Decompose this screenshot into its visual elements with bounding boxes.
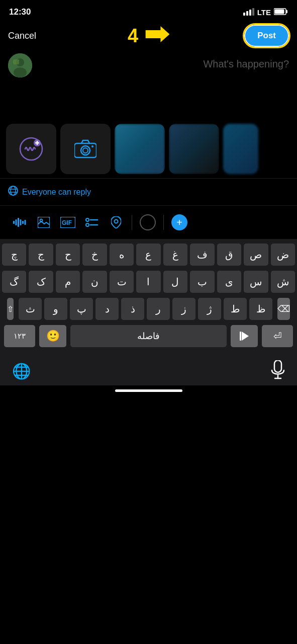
- media-thumb-3[interactable]: [223, 124, 258, 174]
- svg-rect-0: [243, 13, 245, 16]
- key-zad[interactable]: ض: [271, 244, 295, 266]
- avatar-image: [8, 53, 32, 77]
- arrow-right-icon: [145, 25, 169, 46]
- poll-toolbar-button[interactable]: [80, 211, 104, 234]
- image-toolbar-button[interactable]: [32, 211, 55, 234]
- network-type: LTE: [257, 8, 271, 17]
- add-post-button[interactable]: +: [168, 211, 191, 234]
- key-he[interactable]: ه: [110, 244, 134, 266]
- key-thal[interactable]: ذ: [121, 298, 144, 320]
- key-jim[interactable]: ج: [29, 244, 53, 266]
- step-number: 4: [128, 26, 138, 45]
- key-shift[interactable]: ⇧: [7, 298, 14, 320]
- emoji-key[interactable]: 🙂: [39, 325, 66, 347]
- key-ain[interactable]: ع: [136, 244, 160, 266]
- media-picker: [0, 120, 297, 178]
- status-time: 12:30: [9, 7, 31, 17]
- key-che[interactable]: چ: [2, 244, 26, 266]
- globe-icon: [8, 186, 18, 198]
- key-nun[interactable]: ن: [82, 271, 107, 293]
- key-dal[interactable]: د: [95, 298, 119, 320]
- gif-toolbar-button[interactable]: GIF: [56, 211, 79, 234]
- key-ra[interactable]: ر: [147, 298, 170, 320]
- media-thumb-1[interactable]: [115, 124, 165, 174]
- compose-area: ?What's happening: [0, 49, 297, 110]
- svg-rect-26: [18, 218, 19, 227]
- space-key[interactable]: فاصله: [70, 325, 227, 347]
- svg-rect-27: [20, 219, 22, 225]
- keyboard-row-2: گ ک م ن ت ا ل ب ی س ش: [2, 271, 295, 293]
- reply-text: Everyone can reply: [22, 188, 91, 197]
- svg-marker-39: [242, 332, 249, 341]
- globe-keyboard-button[interactable]: 🌐: [12, 362, 31, 380]
- media-thumb-2[interactable]: [169, 124, 219, 174]
- svg-rect-41: [274, 360, 281, 372]
- key-zha[interactable]: ژ: [198, 298, 221, 320]
- key-shin[interactable]: ش: [271, 271, 295, 293]
- svg-text:GIF: GIF: [62, 219, 72, 226]
- key-ba[interactable]: ب: [190, 271, 214, 293]
- key-kha[interactable]: خ: [82, 244, 107, 266]
- svg-rect-25: [16, 219, 17, 225]
- numbers-key[interactable]: ۱۲۳: [4, 325, 35, 347]
- key-fa[interactable]: ف: [190, 244, 214, 266]
- key-ya[interactable]: ی: [217, 271, 241, 293]
- key-sad[interactable]: ص: [244, 244, 268, 266]
- signal-icon: [243, 8, 254, 17]
- key-sin[interactable]: س: [244, 271, 268, 293]
- keyboard-row-1: چ ج ح خ ه ع غ ف ق ص ض: [2, 244, 295, 266]
- post-button[interactable]: Post: [244, 25, 289, 47]
- key-mim[interactable]: م: [56, 271, 80, 293]
- key-tah[interactable]: ط: [224, 298, 247, 320]
- key-ha[interactable]: ح: [56, 244, 80, 266]
- bottom-toolbar: GIF +: [0, 206, 297, 239]
- svg-point-17: [81, 146, 90, 155]
- compose-input[interactable]: ?What's happening: [38, 53, 289, 106]
- key-zah[interactable]: ظ: [249, 298, 272, 320]
- svg-rect-29: [25, 220, 26, 225]
- superscript-add-button[interactable]: [6, 124, 56, 174]
- key-qaf[interactable]: ق: [217, 244, 241, 266]
- audio-toolbar-button[interactable]: [8, 211, 31, 234]
- key-alef[interactable]: ا: [136, 271, 160, 293]
- svg-point-34: [86, 218, 89, 221]
- toolbar-divider-2: [163, 215, 164, 230]
- delete-key[interactable]: ⌫: [277, 298, 290, 320]
- cancel-button[interactable]: Cancel: [8, 31, 36, 41]
- svg-point-38: [115, 220, 118, 223]
- compose-placeholder: ?What's happening: [38, 58, 289, 70]
- header: Cancel 4 Post: [0, 22, 297, 49]
- key-kaf[interactable]: ک: [29, 271, 53, 293]
- key-ghain[interactable]: غ: [163, 244, 187, 266]
- character-count-button[interactable]: [136, 211, 159, 234]
- mic-keyboard-button[interactable]: [271, 360, 285, 381]
- svg-point-19: [91, 145, 93, 147]
- svg-point-10: [14, 67, 27, 77]
- svg-point-21: [11, 186, 16, 195]
- keyboard-row-4: ۱۲۳ 🙂 فاصله ⏎: [2, 325, 295, 347]
- key-waw[interactable]: و: [44, 298, 67, 320]
- svg-marker-7: [145, 26, 169, 42]
- svg-rect-40: [240, 332, 241, 341]
- key-gaf[interactable]: گ: [2, 271, 26, 293]
- svg-rect-1: [246, 11, 248, 16]
- camera-button[interactable]: [60, 124, 111, 174]
- add-post-icon: +: [171, 214, 187, 230]
- key-pe[interactable]: پ: [70, 298, 93, 320]
- location-toolbar-button[interactable]: [105, 211, 128, 234]
- svg-rect-2: [249, 10, 251, 16]
- key-theh[interactable]: ث: [19, 298, 42, 320]
- return-key[interactable]: ⏎: [262, 325, 293, 347]
- svg-rect-6: [275, 9, 284, 14]
- svg-rect-24: [13, 221, 15, 224]
- svg-rect-5: [286, 10, 288, 13]
- filter-key[interactable]: [231, 325, 258, 347]
- svg-rect-3: [252, 8, 254, 16]
- key-ta[interactable]: ت: [110, 271, 134, 293]
- svg-rect-28: [22, 221, 24, 224]
- reply-settings[interactable]: Everyone can reply: [0, 178, 297, 206]
- key-lam[interactable]: ل: [163, 271, 187, 293]
- progress-circle: [140, 214, 156, 230]
- battery-icon: [274, 8, 288, 17]
- key-zal[interactable]: ز: [172, 298, 195, 320]
